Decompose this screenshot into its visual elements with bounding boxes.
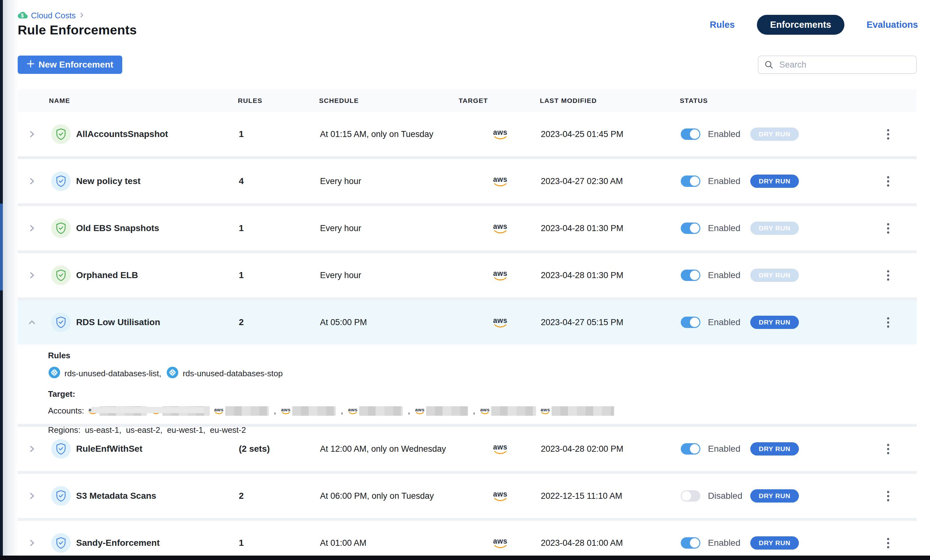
col-header-rules: RULES	[238, 89, 263, 112]
expand-chevron-right-icon[interactable]	[18, 491, 46, 501]
enforcements-table: NAME RULES SCHEDULE TARGET LAST MODIFIED…	[18, 89, 917, 560]
dry-run-badge: DRY RUN	[750, 222, 799, 235]
enabled-toggle[interactable]	[681, 222, 701, 234]
col-header-target: TARGET	[459, 89, 488, 112]
disabled-toggle[interactable]	[681, 490, 701, 502]
status-cell: Enabled DRY RUN	[681, 175, 859, 188]
enabled-toggle[interactable]	[681, 317, 701, 328]
row-menu-kebab-icon[interactable]	[885, 442, 891, 456]
enforcement-name: Old EBS Snapshots	[76, 223, 239, 233]
table-row: S3 Metadata Scans 2 At 06:00 PM, only on…	[18, 474, 917, 518]
enabled-toggle[interactable]	[681, 129, 701, 140]
status-cell: Enabled DRY RUN	[681, 127, 859, 141]
expand-chevron-right-icon[interactable]	[18, 538, 46, 548]
view-tabs: Rules Enforcements Evaluations	[707, 14, 921, 35]
last-modified: 2023-04-28 01:30 PM	[541, 224, 681, 233]
enabled-toggle[interactable]	[681, 270, 701, 281]
collapse-chevron-up-icon[interactable]	[18, 318, 46, 327]
left-rail-scroll-thumb[interactable]	[0, 204, 3, 290]
rule-chip-label: rds-unused-databases-stop	[183, 369, 283, 379]
dry-run-badge: DRY RUN	[750, 316, 799, 329]
aws-icon: aws	[281, 407, 291, 414]
expand-chevron-right-icon[interactable]	[18, 224, 46, 233]
last-modified: 2023-04-27 02:30 AM	[541, 176, 681, 186]
row-menu-kebab-icon[interactable]	[885, 315, 891, 330]
svg-text:$: $	[21, 12, 24, 18]
toggle-label: Disabled	[708, 491, 746, 501]
regions-value: us-east-1, us-east-2, eu-west-1, eu-west…	[85, 425, 246, 435]
expanded-detail-panel: Rules rds-unused-databases-list, rds-unu…	[18, 344, 917, 424]
toggle-label: Enabled	[708, 223, 746, 233]
dry-run-badge: DRY RUN	[750, 489, 799, 503]
aws-target-icon: aws	[460, 129, 541, 140]
aws-target-icon: aws	[460, 223, 541, 234]
rules-count: (2 sets)	[239, 444, 320, 454]
shield-check-icon	[51, 218, 71, 238]
enforcement-name: RDS Low Utilisation	[76, 317, 239, 327]
row-menu-kebab-icon[interactable]	[885, 536, 891, 550]
tab-enforcements-active[interactable]: Enforcements	[757, 15, 844, 35]
rules-count: 1	[239, 223, 320, 233]
row-menu-kebab-icon[interactable]	[885, 221, 891, 235]
bottom-edge-strip	[0, 555, 930, 560]
regions-label: Regions:	[48, 425, 80, 435]
tab-evaluations[interactable]: Evaluations	[864, 20, 921, 30]
col-header-status: STATUS	[680, 89, 708, 112]
shield-check-icon	[51, 533, 71, 553]
left-edge-bar	[0, 0, 3, 560]
last-modified: 2023-04-27 05:15 PM	[541, 318, 681, 327]
shield-check-icon	[51, 439, 71, 459]
table-row: Old EBS Snapshots 1 Every hour aws 2023-…	[18, 206, 917, 250]
aws-account-redacted: aws	[540, 406, 614, 416]
expand-chevron-right-icon[interactable]	[18, 129, 46, 139]
aws-icon: aws	[415, 407, 425, 414]
enabled-toggle[interactable]	[681, 443, 701, 454]
rule-chip: rds-unused-databases-list,	[48, 366, 161, 381]
page-title: Rule Enforcements	[18, 23, 137, 38]
separator: ,	[408, 406, 410, 416]
schedule-text: At 01:00 AM	[320, 538, 460, 548]
aws-icon: aws	[480, 407, 490, 414]
toggle-label: Enabled	[708, 270, 746, 280]
aws-account-redacted: aws	[281, 406, 336, 416]
col-header-modified: LAST MODIFIED	[540, 89, 597, 112]
new-enforcement-button[interactable]: New Enforcement	[18, 55, 122, 74]
breadcrumb: $ Cloud Costs	[18, 11, 85, 20]
search-input[interactable]	[758, 55, 917, 74]
last-modified: 2023-04-28 01:00 AM	[541, 538, 681, 548]
aws-account-redacted: aws	[348, 406, 403, 416]
dry-run-badge: DRY RUN	[750, 442, 799, 456]
toggle-label: Enabled	[708, 444, 746, 454]
search-box	[758, 55, 917, 74]
dry-run-badge: DRY RUN	[750, 536, 799, 549]
enforcement-name: S3 Metadata Scans	[76, 491, 239, 501]
row-menu-kebab-icon[interactable]	[885, 127, 891, 141]
col-header-name: NAME	[49, 89, 70, 112]
expand-chevron-right-icon[interactable]	[18, 176, 46, 186]
tab-rules[interactable]: Rules	[707, 20, 737, 30]
enforcement-name: Sandy-Enforcement	[76, 538, 239, 548]
status-cell: Disabled DRY RUN	[681, 489, 859, 503]
enforcement-name: AllAccountsSnapshot	[76, 129, 239, 139]
table-row: Sandy-Enforcement 1 At 01:00 AM aws 2023…	[18, 521, 917, 560]
row-menu-kebab-icon[interactable]	[885, 174, 891, 189]
new-enforcement-label: New Enforcement	[38, 60, 113, 70]
expand-chevron-right-icon[interactable]	[18, 270, 46, 280]
aws-icon: aws	[540, 407, 550, 414]
rule-icon	[48, 366, 61, 381]
last-modified: 2022-12-15 11:10 AM	[541, 491, 681, 501]
enabled-toggle[interactable]	[681, 537, 701, 549]
breadcrumb-link-cloud-costs[interactable]: Cloud Costs	[31, 11, 76, 20]
dry-run-badge: DRY RUN	[750, 175, 799, 188]
separator: ,	[274, 406, 276, 416]
status-cell: Enabled DRY RUN	[681, 268, 859, 282]
breadcrumb-chevron-icon	[79, 12, 85, 20]
row-menu-kebab-icon[interactable]	[885, 268, 891, 282]
shield-check-icon	[51, 313, 71, 332]
row-menu-kebab-icon[interactable]	[885, 489, 891, 503]
aws-target-icon: aws	[460, 538, 541, 549]
expand-chevron-right-icon[interactable]	[18, 444, 46, 454]
status-cell: Enabled DRY RUN	[681, 316, 859, 329]
enabled-toggle[interactable]	[681, 175, 701, 187]
status-cell: Enabled DRY RUN	[681, 442, 859, 456]
